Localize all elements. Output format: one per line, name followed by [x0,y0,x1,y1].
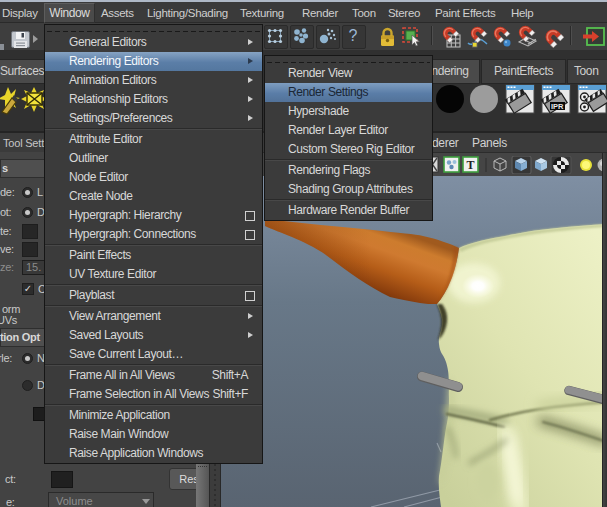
svg-text:T: T [467,158,475,172]
svg-text:IPR: IPR [551,102,564,111]
